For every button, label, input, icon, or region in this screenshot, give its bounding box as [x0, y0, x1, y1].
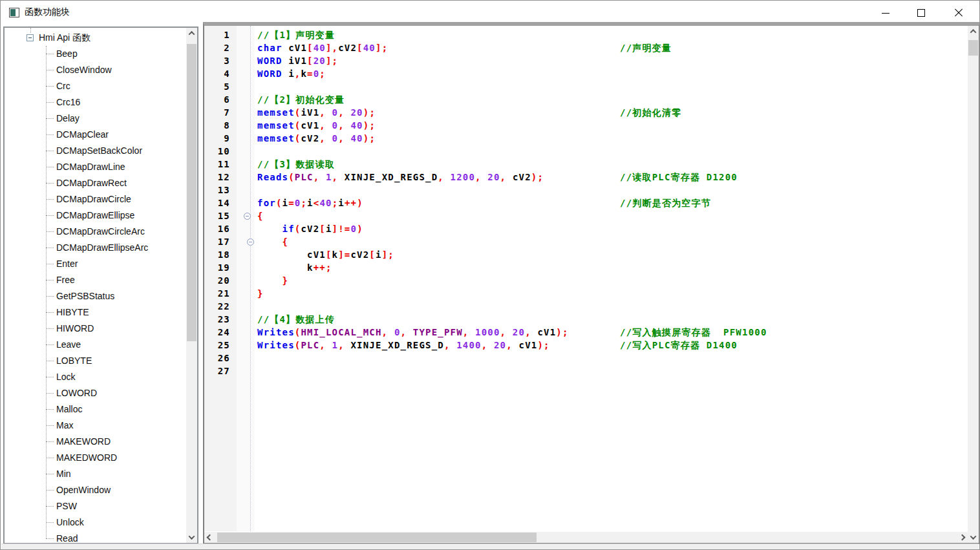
code-token: cV1 — [537, 327, 556, 337]
code-line[interactable]: 2char cV1[40],cV2[40];//声明变量 — [204, 41, 968, 54]
sidebar-item-dcmapdrawellipsearc[interactable]: DCMapDrawEllipseArc — [5, 240, 186, 256]
code-line[interactable]: 21} — [204, 287, 968, 300]
code-line[interactable]: 27 — [204, 365, 968, 377]
code-line[interactable]: 19 k++; — [204, 261, 968, 274]
code-line[interactable]: 23//【4】数据上传 — [204, 313, 968, 326]
sidebar-item-leave[interactable]: Leave — [5, 337, 186, 353]
tree-connector — [46, 490, 54, 491]
code-token: ); — [531, 172, 544, 182]
line-number: 15 — [204, 209, 230, 222]
sidebar-item-dcmapclear[interactable]: DCMapClear — [5, 127, 186, 143]
tree-item-label: DCMapSetBackColor — [56, 143, 142, 159]
code-line[interactable]: 7memset(iV1, 0, 20);//初始化清零 — [204, 106, 968, 119]
tree-root-hmi-api[interactable]: Hmi Api 函数 — [5, 30, 186, 46]
code-line[interactable]: 25Writes(PLC, 1, XINJE_XD_REGS_D, 1400, … — [204, 339, 968, 352]
sidebar-item-lock[interactable]: Lock — [5, 369, 186, 385]
sidebar-item-max[interactable]: Max — [5, 418, 186, 434]
sidebar-item-unlock[interactable]: Unlock — [5, 514, 186, 531]
sidebar-item-delay[interactable]: Delay — [5, 111, 186, 127]
editor-hscroll-thumb[interactable] — [217, 533, 537, 542]
code-line[interactable]: 9memset(cV2, 0, 40); — [204, 132, 968, 145]
scroll-right-button[interactable] — [957, 532, 968, 543]
inline-comment: //写入PLC寄存器 D1400 — [620, 339, 738, 352]
sidebar-item-openwindow[interactable]: OpenWindow — [5, 482, 186, 498]
collapse-minus-icon[interactable] — [27, 34, 34, 41]
tree-scroll-thumb[interactable] — [187, 44, 197, 341]
code-line[interactable]: 11//【3】数据读取 — [204, 158, 968, 171]
sidebar-item-dcmapdrawcirclearc[interactable]: DCMapDrawCircleArc — [5, 224, 186, 240]
sidebar-item-lobyte[interactable]: LOBYTE — [5, 353, 186, 369]
sidebar-item-free[interactable]: Free — [5, 272, 186, 288]
editor-vertical-scrollbar[interactable] — [968, 26, 979, 543]
code-line[interactable]: 22 — [204, 300, 968, 313]
fold-collapse-icon[interactable] — [247, 238, 254, 246]
sidebar-item-hibyte[interactable]: HIBYTE — [5, 304, 186, 321]
code-line[interactable]: 8memset(cV1, 0, 40); — [204, 119, 968, 132]
scroll-up-button[interactable] — [186, 28, 197, 39]
code-token: ( — [295, 120, 301, 131]
code-line[interactable]: 3WORD iV1[20]; — [204, 54, 968, 67]
sidebar-item-read[interactable]: Read — [5, 531, 186, 543]
sidebar-item-dcmapdrawline[interactable]: DCMapDrawLine — [5, 159, 186, 175]
code-token: XINJE_XD_REGS_D — [345, 172, 438, 182]
code-token: ); — [363, 107, 376, 118]
sidebar-item-malloc[interactable]: Malloc — [5, 401, 186, 418]
code-token: //【1】声明变量 — [257, 30, 335, 40]
code-line[interactable]: 14for(i=0;i<40;i++)//判断是否为空字节 — [204, 196, 968, 209]
sidebar-item-getpsbstatus[interactable]: GetPSBStatus — [5, 288, 186, 304]
sidebar-item-crc16[interactable]: Crc16 — [5, 94, 186, 111]
code-token: 40 — [350, 120, 363, 131]
sidebar-item-loword[interactable]: LOWORD — [5, 385, 186, 401]
code-line[interactable]: 6//【2】初始化变量 — [204, 93, 968, 106]
code-line[interactable]: 1//【1】声明变量 — [204, 28, 968, 41]
fold-collapse-icon[interactable] — [244, 213, 251, 220]
sidebar-item-closewindow[interactable]: CloseWindow — [5, 62, 186, 78]
code-line[interactable]: 20 } — [204, 274, 968, 287]
code-line[interactable]: 16 if(cV2[i]!=0) — [204, 222, 968, 235]
code-line[interactable]: 10 — [204, 145, 968, 158]
sidebar-item-psw[interactable]: PSW — [5, 498, 186, 514]
sidebar-item-makedword[interactable]: MAKEDWORD — [5, 450, 186, 466]
code-line[interactable]: 24Writes(HMI_LOCAL_MCH, 0, TYPE_PFW, 100… — [204, 326, 968, 339]
code-line[interactable]: 12Reads(PLC, 1, XINJE_XD_REGS_D, 1200, 2… — [204, 171, 968, 184]
code-line[interactable]: 4WORD i,k=0; — [204, 67, 968, 80]
sidebar-item-dcmapsetbackcolor[interactable]: DCMapSetBackColor — [5, 143, 186, 159]
tree-item-label: Enter — [56, 256, 78, 272]
code-line[interactable]: 17 { — [204, 235, 968, 248]
sidebar-item-hiword[interactable]: HIWORD — [5, 321, 186, 337]
code-editor[interactable]: 1//【1】声明变量2char cV1[40],cV2[40];//声明变量3W… — [204, 26, 968, 543]
code-token: , — [506, 340, 518, 350]
sidebar-item-enter[interactable]: Enter — [5, 256, 186, 272]
sidebar-item-beep[interactable]: Beep — [5, 46, 186, 62]
line-number: 4 — [204, 67, 230, 80]
sidebar-item-crc[interactable]: Crc — [5, 78, 186, 94]
code-line[interactable]: 18 cV1[k]=cV2[i]; — [204, 248, 968, 261]
code-line[interactable]: 15{ — [204, 209, 968, 222]
sidebar-item-dcmapdrawcircle[interactable]: DCMapDrawCircle — [5, 191, 186, 207]
code-token: cV2 — [350, 249, 369, 260]
tree-scrollbar[interactable] — [186, 28, 197, 543]
chevron-down-icon — [970, 533, 977, 540]
code-token: cV1 — [282, 43, 308, 53]
sidebar-item-min[interactable]: Min — [5, 466, 186, 482]
code-line[interactable]: 26 — [204, 352, 968, 365]
code-token: ]!= — [332, 224, 351, 234]
scroll-left-button[interactable] — [204, 532, 215, 543]
scroll-down-button[interactable] — [186, 532, 197, 543]
window-title: 函数功能块 — [25, 6, 70, 18]
editor-horizontal-scrollbar[interactable] — [204, 532, 968, 543]
sidebar-item-dcmapdrawrect[interactable]: DCMapDrawRect — [5, 175, 186, 191]
editor-vscroll-thumb[interactable] — [968, 40, 978, 56]
tree-connector — [46, 361, 54, 361]
sidebar-item-makeword[interactable]: MAKEWORD — [5, 434, 186, 450]
tree-connector — [46, 458, 54, 458]
scroll-up-button[interactable] — [968, 26, 979, 37]
tree-connector — [46, 538, 54, 539]
sidebar-item-dcmapdrawellipse[interactable]: DCMapDrawEllipse — [5, 207, 186, 224]
code-line[interactable]: 5 — [204, 80, 968, 93]
function-tree-panel: Hmi Api 函数 BeepCloseWindowCrcCrc16DelayD… — [3, 26, 198, 544]
tree-item-label: Unlock — [56, 514, 84, 531]
code-token: [ — [307, 43, 314, 53]
scroll-down-button[interactable] — [968, 532, 979, 543]
code-line[interactable]: 13 — [204, 184, 968, 196]
